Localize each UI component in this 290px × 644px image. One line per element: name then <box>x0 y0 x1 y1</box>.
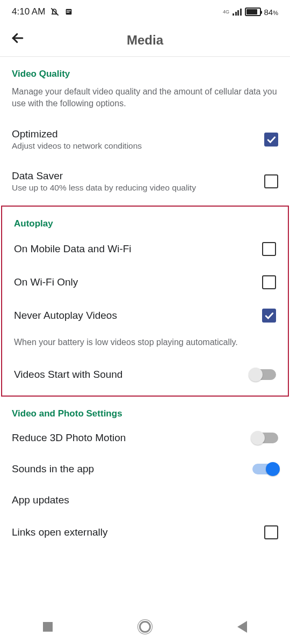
checkbox-never[interactable] <box>262 309 276 323</box>
notification-icon <box>64 8 73 16</box>
toggle-reduce-3d[interactable] <box>252 433 278 443</box>
app-header: Media <box>0 24 290 57</box>
status-time: 4:10 AM <box>12 6 45 17</box>
row-sounds-app[interactable]: Sounds in the app <box>0 453 290 485</box>
autoplay-highlight: Autoplay On Mobile Data and Wi-Fi On Wi-… <box>1 206 289 397</box>
toggle-sounds-app[interactable] <box>252 464 278 474</box>
autoplay-note: When your battery is low videos stop pla… <box>2 332 288 359</box>
svg-rect-2 <box>67 12 69 12</box>
toggle-videos-sound[interactable] <box>250 369 276 380</box>
row-links-external[interactable]: Links open externally <box>0 516 290 549</box>
nav-back-icon[interactable] <box>237 621 247 633</box>
checkbox-mobile-wifi[interactable] <box>262 242 276 256</box>
row-title: App updates <box>12 494 270 506</box>
row-title: On Wi-Fi Only <box>14 276 253 288</box>
page-title: Media <box>0 33 290 48</box>
nav-recent-icon[interactable] <box>43 622 53 632</box>
row-autoplay-never[interactable]: Never Autoplay Videos <box>2 299 288 332</box>
battery-percent: 84% <box>264 8 278 17</box>
status-bar: 4:10 AM 4G 84% <box>0 0 290 24</box>
row-autoplay-wifi-only[interactable]: On Wi-Fi Only <box>2 266 288 299</box>
section-video-quality-desc: Manage your default video quality and th… <box>0 83 290 119</box>
android-nav-bar <box>0 615 290 639</box>
silent-icon <box>49 6 60 17</box>
signal-bars-icon <box>233 8 242 16</box>
row-reduce-3d[interactable]: Reduce 3D Photo Motion <box>0 422 290 453</box>
section-video-quality-title: Video Quality <box>0 57 290 83</box>
row-title: Videos Start with Sound <box>14 369 242 380</box>
network-type: 4G <box>223 10 229 14</box>
svg-rect-1 <box>67 10 71 11</box>
row-title: Reduce 3D Photo Motion <box>12 432 244 444</box>
nav-home-icon[interactable] <box>139 621 151 633</box>
row-title: Links open externally <box>12 526 256 538</box>
checkbox-data-saver[interactable] <box>264 174 278 188</box>
row-title: Optimized <box>12 128 256 140</box>
checkbox-links-external[interactable] <box>264 525 278 539</box>
row-title: Never Autoplay Videos <box>14 310 253 321</box>
row-title: Data Saver <box>12 170 256 182</box>
row-sub: Use up to 40% less data by reducing vide… <box>12 183 256 193</box>
checkbox-wifi-only[interactable] <box>262 275 276 289</box>
row-optimized[interactable]: Optimized Adjust videos to network condi… <box>0 119 290 160</box>
row-sub: Adjust videos to network conditions <box>12 141 256 151</box>
section-autoplay-title: Autoplay <box>2 207 288 232</box>
row-videos-sound[interactable]: Videos Start with Sound <box>2 359 288 390</box>
row-app-updates[interactable]: App updates <box>0 485 290 516</box>
checkbox-optimized[interactable] <box>264 133 278 147</box>
back-arrow-icon[interactable] <box>10 30 26 50</box>
row-title: On Mobile Data and Wi-Fi <box>14 243 253 255</box>
battery-icon <box>245 8 261 16</box>
row-autoplay-mobile-wifi[interactable]: On Mobile Data and Wi-Fi <box>2 232 288 266</box>
section-vps-title: Video and Photo Settings <box>0 397 290 422</box>
row-title: Sounds in the app <box>12 463 244 475</box>
row-data-saver[interactable]: Data Saver Use up to 40% less data by re… <box>0 160 290 202</box>
